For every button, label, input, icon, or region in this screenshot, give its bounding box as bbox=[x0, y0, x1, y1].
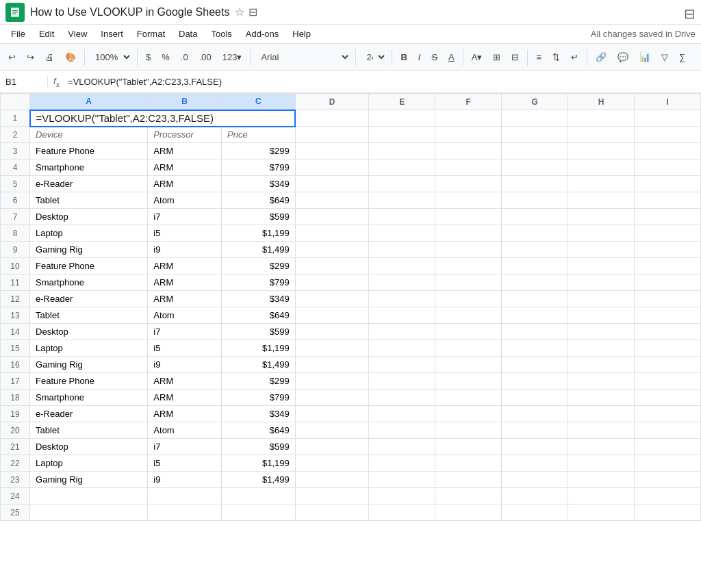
cell-e25[interactable] bbox=[369, 504, 435, 521]
strikethrough-button[interactable]: S bbox=[427, 49, 442, 65]
cell-b10[interactable]: ARM bbox=[148, 258, 222, 274]
cell-g5[interactable] bbox=[502, 176, 568, 192]
cell-b6[interactable]: Atom bbox=[148, 192, 222, 209]
cell-g9[interactable] bbox=[502, 242, 568, 258]
menu-insert[interactable]: Insert bbox=[95, 26, 129, 42]
cell-e22[interactable] bbox=[369, 455, 435, 472]
bold-button[interactable]: B bbox=[396, 49, 411, 65]
fill-color-button[interactable]: A▾ bbox=[468, 49, 487, 65]
cell-e3[interactable] bbox=[369, 143, 435, 159]
cell-e12[interactable] bbox=[369, 291, 435, 307]
cell-c9[interactable]: $1,499 bbox=[222, 242, 296, 258]
cell-i22[interactable] bbox=[634, 455, 700, 472]
cell-d8[interactable] bbox=[295, 225, 369, 242]
cell-a1[interactable]: =VLOOKUP("Tablet",A2:C23,3,FALSE) bbox=[30, 110, 296, 127]
cell-d25[interactable] bbox=[295, 504, 369, 521]
cell-e9[interactable] bbox=[369, 242, 435, 258]
cell-h9[interactable] bbox=[568, 242, 635, 258]
cell-i20[interactable] bbox=[634, 422, 700, 439]
cell-i17[interactable] bbox=[634, 373, 700, 389]
cell-i6[interactable] bbox=[634, 192, 700, 209]
cell-e14[interactable] bbox=[369, 324, 435, 340]
currency-button[interactable]: $ bbox=[142, 49, 155, 65]
cell-i23[interactable] bbox=[634, 472, 700, 488]
cell-f6[interactable] bbox=[435, 192, 502, 209]
cell-f10[interactable] bbox=[435, 258, 502, 274]
cell-f5[interactable] bbox=[435, 176, 502, 192]
menu-view[interactable]: View bbox=[62, 26, 92, 42]
cell-c21[interactable]: $599 bbox=[222, 439, 296, 455]
cell-f3[interactable] bbox=[435, 143, 502, 159]
cell-g14[interactable] bbox=[502, 324, 568, 340]
col-header-c[interactable]: C bbox=[222, 94, 296, 110]
cell-a24[interactable] bbox=[30, 488, 148, 504]
cell-h21[interactable] bbox=[568, 439, 635, 455]
cell-f4[interactable] bbox=[435, 159, 502, 176]
cell-h19[interactable] bbox=[568, 406, 635, 422]
cell-c6[interactable]: $649 bbox=[222, 192, 296, 209]
cell-i14[interactable] bbox=[634, 324, 700, 340]
menu-data[interactable]: Data bbox=[173, 26, 203, 42]
cell-g4[interactable] bbox=[502, 159, 568, 176]
menu-tools[interactable]: Tools bbox=[205, 26, 237, 42]
cell-b13[interactable]: Atom bbox=[148, 307, 222, 324]
cell-a20[interactable]: Tablet bbox=[30, 422, 148, 439]
cell-h13[interactable] bbox=[568, 307, 635, 324]
cell-c11[interactable]: $799 bbox=[222, 274, 296, 291]
cell-i10[interactable] bbox=[634, 258, 700, 274]
menu-format[interactable]: Format bbox=[131, 26, 170, 42]
cell-g2[interactable] bbox=[502, 127, 568, 143]
align-left-button[interactable]: ≡ bbox=[532, 49, 546, 65]
cell-f23[interactable] bbox=[435, 472, 502, 488]
cell-c14[interactable]: $599 bbox=[222, 324, 296, 340]
cell-a11[interactable]: Smartphone bbox=[30, 274, 148, 291]
cell-d2[interactable] bbox=[295, 127, 369, 143]
cell-h4[interactable] bbox=[568, 159, 635, 176]
cell-d23[interactable] bbox=[295, 472, 369, 488]
cell-a4[interactable]: Smartphone bbox=[30, 159, 148, 176]
cell-b20[interactable]: Atom bbox=[148, 422, 222, 439]
cell-h14[interactable] bbox=[568, 324, 635, 340]
menu-edit[interactable]: Edit bbox=[34, 26, 60, 42]
cell-i16[interactable] bbox=[634, 357, 700, 373]
cell-b19[interactable]: ARM bbox=[148, 406, 222, 422]
cell-a8[interactable]: Laptop bbox=[30, 225, 148, 242]
cell-d24[interactable] bbox=[295, 488, 369, 504]
cell-d19[interactable] bbox=[295, 406, 369, 422]
cell-g10[interactable] bbox=[502, 258, 568, 274]
cell-b4[interactable]: ARM bbox=[148, 159, 222, 176]
underline-button[interactable]: A bbox=[444, 49, 459, 65]
cell-a14[interactable]: Desktop bbox=[30, 324, 148, 340]
cell-f2[interactable] bbox=[435, 127, 502, 143]
align-wrap-button[interactable]: ↵ bbox=[567, 49, 583, 65]
cell-f12[interactable] bbox=[435, 291, 502, 307]
cell-f19[interactable] bbox=[435, 406, 502, 422]
cell-a12[interactable]: e-Reader bbox=[30, 291, 148, 307]
cell-i18[interactable] bbox=[634, 389, 700, 406]
cell-b14[interactable]: i7 bbox=[148, 324, 222, 340]
cell-e6[interactable] bbox=[369, 192, 435, 209]
cell-h1[interactable] bbox=[568, 110, 635, 127]
cell-e21[interactable] bbox=[369, 439, 435, 455]
cell-i3[interactable] bbox=[634, 143, 700, 159]
link-button[interactable]: 🔗 bbox=[591, 49, 611, 65]
function-button[interactable]: ∑ bbox=[675, 49, 689, 65]
cell-g20[interactable] bbox=[502, 422, 568, 439]
cell-g1[interactable] bbox=[502, 110, 568, 127]
cell-c23[interactable]: $1,499 bbox=[222, 472, 296, 488]
cell-h10[interactable] bbox=[568, 258, 635, 274]
cell-c19[interactable]: $349 bbox=[222, 406, 296, 422]
cell-c5[interactable]: $349 bbox=[222, 176, 296, 192]
zoom-select[interactable]: 100% 75% 50% 125% 150% bbox=[89, 49, 133, 65]
col-header-e[interactable]: E bbox=[369, 94, 435, 110]
cell-i9[interactable] bbox=[634, 242, 700, 258]
cell-b16[interactable]: i9 bbox=[148, 357, 222, 373]
align-vertical-button[interactable]: ⇅ bbox=[548, 49, 564, 65]
cell-a2[interactable]: Device bbox=[30, 127, 148, 143]
cell-i8[interactable] bbox=[634, 225, 700, 242]
cell-i13[interactable] bbox=[634, 307, 700, 324]
cell-a6[interactable]: Tablet bbox=[30, 192, 148, 209]
cell-g22[interactable] bbox=[502, 455, 568, 472]
cell-e13[interactable] bbox=[369, 307, 435, 324]
print-button[interactable]: 🖨 bbox=[41, 49, 58, 65]
